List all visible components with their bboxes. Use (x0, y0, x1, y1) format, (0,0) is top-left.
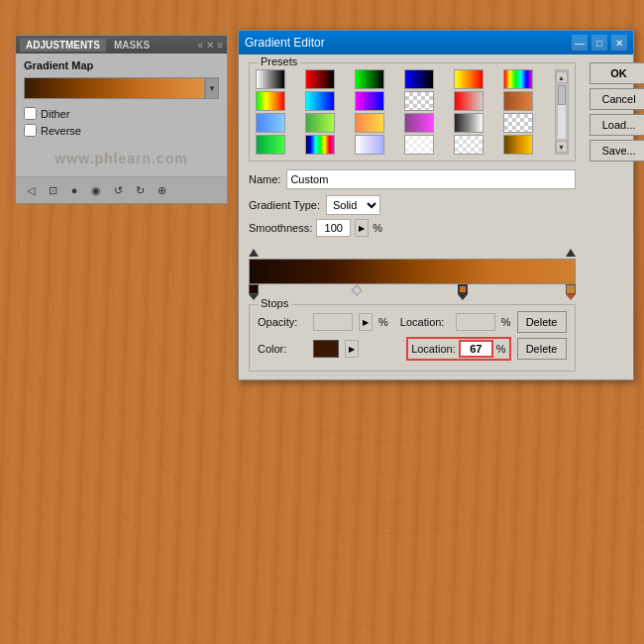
opacity-row: Opacity: ▶ % Location: % Delete (258, 311, 567, 333)
save-button[interactable]: Save... (590, 140, 644, 161)
location-bottom-label: Location: (411, 343, 456, 355)
location-bottom-input[interactable] (459, 340, 493, 358)
preset-swatch[interactable] (256, 113, 285, 133)
close-panel-icon[interactable]: ✕ (206, 40, 214, 51)
preset-swatch[interactable] (256, 91, 285, 111)
stop-opacity-left[interactable] (249, 243, 259, 257)
back-icon[interactable]: ◁ (22, 181, 40, 199)
preset-swatch[interactable] (305, 113, 335, 133)
stop-color-right[interactable] (566, 284, 576, 300)
adjustments-panel: ADJUSTMENTS MASKS « ✕ ≡ Gradient Map ▼ D… (15, 35, 228, 204)
preset-swatch[interactable] (404, 91, 434, 111)
type-label: Gradient Type: (249, 199, 320, 211)
preset-swatch[interactable] (503, 69, 533, 89)
type-select[interactable]: Solid Noise (326, 195, 380, 215)
preset-swatch[interactable] (355, 91, 384, 111)
midpoint-diamond[interactable] (352, 284, 363, 295)
preset-swatch[interactable] (404, 135, 434, 155)
adjustments-body: Gradient Map ▼ Dither Reverse www.phlear… (16, 54, 227, 176)
color-field-label: Color: (258, 343, 307, 355)
preset-swatch[interactable] (454, 91, 483, 111)
crop-icon[interactable]: ⊡ (44, 181, 61, 199)
preset-swatch[interactable] (503, 113, 533, 133)
ok-button[interactable]: OK (590, 62, 644, 84)
delete-bottom-btn[interactable]: Delete (517, 338, 567, 360)
color-swatch[interactable] (313, 340, 339, 358)
location-top-label: Location: (400, 316, 450, 328)
type-row: Gradient Type: Solid Noise (249, 195, 576, 215)
delete-top-btn[interactable]: Delete (517, 311, 567, 333)
gradient-bar-area (249, 243, 576, 300)
preset-swatch[interactable] (404, 69, 434, 89)
rotate-left-icon[interactable]: ↺ (109, 181, 127, 199)
window-controls: — □ ✕ (572, 35, 627, 51)
opacity-field-label: Opacity: (258, 316, 307, 328)
smoothness-arrow[interactable]: ▶ (355, 219, 369, 237)
preset-swatch[interactable] (256, 69, 285, 89)
stop-color-selected[interactable] (458, 284, 468, 300)
dialog-body: Presets (239, 54, 633, 379)
preset-swatch[interactable] (355, 113, 384, 133)
dither-checkbox[interactable] (24, 107, 37, 120)
preset-swatch[interactable] (404, 113, 434, 133)
name-row: Name: (249, 169, 576, 189)
reverse-checkbox[interactable] (24, 124, 37, 137)
preset-swatch[interactable] (503, 91, 533, 111)
maximize-button[interactable]: □ (591, 35, 607, 51)
preset-swatch[interactable] (454, 113, 483, 133)
titlebar-controls: « ✕ ≡ (198, 40, 223, 51)
gradient-editor-dialog: Gradient Editor — □ ✕ Presets (238, 30, 634, 380)
menu-icon[interactable]: ≡ (217, 40, 223, 51)
smoothness-row: Smoothness: ▶ % (249, 219, 576, 237)
cancel-button[interactable]: Cancel (590, 88, 644, 110)
location-top-input[interactable] (456, 313, 495, 331)
preset-swatch[interactable] (305, 91, 335, 111)
preset-swatch[interactable] (256, 135, 285, 155)
close-button[interactable]: ✕ (611, 35, 627, 51)
preset-swatch[interactable] (305, 135, 335, 155)
presets-grid-container (256, 69, 551, 155)
presets-label: Presets (258, 55, 300, 67)
gradient-main-bar[interactable] (249, 259, 576, 284)
preset-swatch[interactable] (305, 69, 335, 89)
stops-group: Stops Opacity: ▶ % Location: % Delete (249, 304, 576, 372)
color-arrow[interactable]: ▶ (345, 340, 359, 358)
adjustments-titlebar: ADJUSTMENTS MASKS « ✕ ≡ (16, 36, 227, 54)
presets-grid (256, 69, 551, 155)
name-label: Name: (249, 173, 280, 185)
smoothness-input[interactable] (316, 219, 351, 237)
main-content-row: Presets (249, 62, 623, 372)
collapse-icon[interactable]: « (198, 40, 204, 51)
preset-swatch[interactable] (355, 135, 384, 155)
scroll-track (557, 84, 567, 140)
scroll-down-arrow[interactable]: ▼ (556, 141, 568, 153)
location-top-unit: % (501, 316, 511, 328)
scroll-thumb[interactable] (558, 85, 566, 105)
rotate-right-icon[interactable]: ↻ (131, 181, 149, 199)
tab-adjustments[interactable]: ADJUSTMENTS (20, 39, 106, 52)
preset-swatch[interactable] (454, 135, 483, 155)
presets-group: Presets (249, 62, 576, 161)
eye-icon[interactable]: ◉ (87, 181, 105, 199)
opacity-input[interactable] (313, 313, 353, 331)
name-input[interactable] (286, 169, 575, 189)
scroll-up-arrow[interactable]: ▲ (556, 71, 568, 83)
preset-swatch[interactable] (503, 135, 533, 155)
gradient-preview-swatch[interactable] (24, 77, 205, 99)
panel-section-title: Gradient Map (24, 59, 219, 71)
preset-swatch[interactable] (355, 69, 384, 89)
opacity-unit: % (378, 316, 388, 328)
smoothness-unit: % (373, 222, 382, 234)
dot-icon[interactable]: ● (65, 181, 83, 199)
preset-swatch[interactable] (454, 69, 483, 89)
opacity-arrow[interactable]: ▶ (359, 313, 373, 331)
minimize-button[interactable]: — (572, 35, 588, 51)
load-button[interactable]: Load... (590, 114, 644, 136)
stop-opacity-right[interactable] (566, 243, 576, 257)
right-buttons: OK Cancel Load... Save... (584, 62, 644, 372)
gradient-arrow-btn[interactable]: ▼ (205, 77, 219, 99)
tab-masks[interactable]: MASKS (108, 39, 156, 52)
presets-scrollbar[interactable]: ▲ ▼ (555, 69, 569, 155)
bottom-stops (249, 284, 576, 300)
more-icon[interactable]: ⊕ (153, 181, 170, 199)
